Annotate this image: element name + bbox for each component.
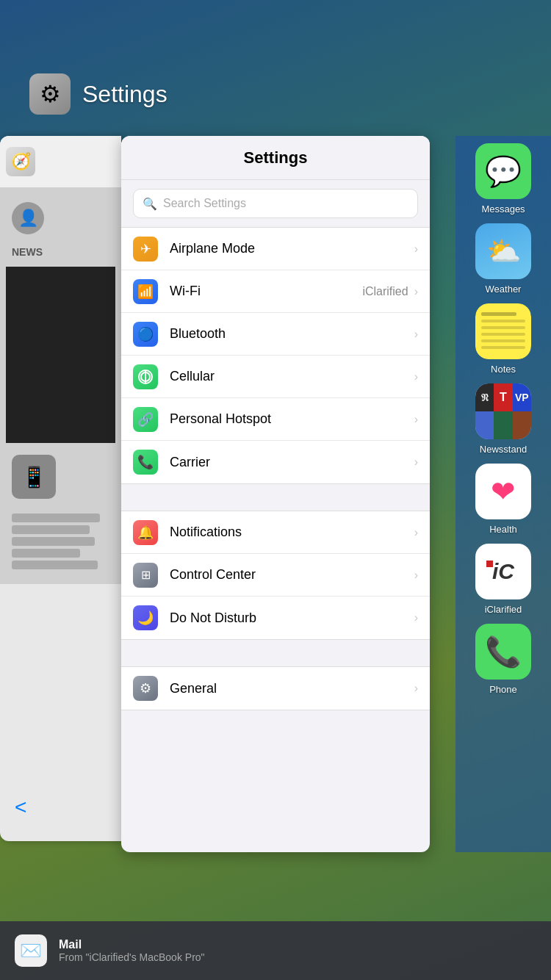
compass-icon: 🧭: [11, 152, 31, 171]
gear-icon: ⚙: [40, 80, 61, 108]
control-center-label: Control Center: [170, 567, 414, 583]
safari-icon: 🧭: [6, 147, 35, 176]
bluetooth-label: Bluetooth: [170, 326, 414, 342]
safari-back-button[interactable]: <: [15, 796, 26, 819]
chevron-icon: ›: [414, 242, 418, 256]
wifi-value: iClarified: [362, 285, 408, 298]
text-line: [12, 537, 95, 546]
notification-bar[interactable]: ✉️ Mail From "iClarified's MacBook Pro": [0, 921, 551, 980]
app-switcher-header: ⚙ Settings: [0, 73, 551, 115]
general-icon: ⚙: [133, 676, 158, 701]
text-line: [12, 514, 100, 522]
notes-app-icon: [475, 303, 531, 359]
dock-app-weather[interactable]: ⛅ Weather: [463, 223, 544, 295]
settings-item-airplane-mode[interactable]: ✈ Airplane Mode ›: [121, 228, 430, 270]
phone-label: Phone: [489, 684, 517, 695]
iclarified-app-icon: iC: [475, 544, 531, 599]
mail-app-icon: ✉️: [15, 934, 47, 967]
cellular-icon: [133, 364, 158, 389]
settings-group-general: ⚙ General ›: [121, 666, 430, 710]
newsstand-label: Newsstand: [480, 444, 527, 455]
newsstand-grid: 𝔑 T VP: [475, 383, 531, 439]
airplane-mode-icon: ✈: [133, 237, 158, 262]
dock-app-messages[interactable]: 💬 Messages: [463, 143, 544, 215]
section-separator-1: [121, 484, 430, 502]
section-separator-2: [121, 640, 430, 657]
safari-header: 🧭: [0, 136, 121, 187]
weather-label: Weather: [486, 284, 522, 295]
dock-app-newsstand[interactable]: 𝔑 T VP Newsstand: [463, 383, 544, 455]
notification-subtitle: From "iClarified's MacBook Pro": [59, 951, 536, 963]
messages-app-icon: 💬: [475, 143, 531, 199]
safari-body: 👤 NEWS 📱: [0, 187, 121, 584]
phone-app-icon: 📞: [475, 624, 531, 680]
text-line: [12, 549, 80, 558]
search-icon: 🔍: [143, 197, 157, 211]
settings-panel: Settings 🔍 Search Settings ✈ Airplane Mo…: [121, 136, 430, 852]
settings-item-control-center[interactable]: ⊞ Control Center ›: [121, 554, 430, 597]
do-not-disturb-label: Do Not Disturb: [170, 610, 414, 626]
dock-app-phone[interactable]: 📞 Phone: [463, 624, 544, 695]
bluetooth-icon: 🔵: [133, 322, 158, 347]
dock-app-iclarified[interactable]: iC iClarified: [463, 544, 544, 615]
profile-icon: 👤: [12, 202, 44, 234]
wifi-icon: 📶: [133, 279, 158, 304]
article-image: [6, 267, 115, 443]
chevron-icon: ›: [414, 682, 418, 695]
settings-item-cellular[interactable]: Cellular ›: [121, 356, 430, 398]
chevron-icon: ›: [414, 526, 418, 539]
settings-title: Settings: [244, 148, 308, 167]
chevron-icon: ›: [414, 413, 418, 426]
hotspot-label: Personal Hotspot: [170, 411, 414, 427]
settings-item-do-not-disturb[interactable]: 🌙 Do Not Disturb ›: [121, 597, 430, 639]
dock-app-notes[interactable]: Notes: [463, 303, 544, 375]
airplane-mode-label: Airplane Mode: [170, 241, 414, 256]
health-app-icon: ❤: [475, 464, 531, 519]
notes-icon-body: [475, 303, 531, 359]
chevron-icon: ›: [414, 455, 418, 469]
settings-app-icon: ⚙: [29, 73, 71, 115]
settings-item-bluetooth[interactable]: 🔵 Bluetooth ›: [121, 313, 430, 356]
cellular-label: Cellular: [170, 369, 414, 384]
text-line: [12, 561, 98, 569]
safari-card[interactable]: 🧭 👤 NEWS 📱 <: [0, 136, 121, 841]
text-line: [12, 525, 90, 534]
settings-item-carrier[interactable]: 📞 Carrier ›: [121, 441, 430, 483]
weather-app-icon: ⛅: [475, 223, 531, 279]
notes-label: Notes: [491, 364, 516, 375]
dock-app-health[interactable]: ❤ Health: [463, 464, 544, 535]
control-center-icon: ⊞: [133, 563, 158, 588]
notifications-icon: 🔔: [133, 520, 158, 545]
notifications-label: Notifications: [170, 525, 414, 540]
notification-title: Mail: [59, 938, 536, 951]
do-not-disturb-icon: 🌙: [133, 605, 158, 630]
settings-item-wifi[interactable]: 📶 Wi-Fi iClarified ›: [121, 270, 430, 313]
carrier-label: Carrier: [170, 455, 414, 470]
right-dock: 💬 Messages ⛅ Weather Notes 𝔑: [455, 136, 551, 852]
search-bar[interactable]: 🔍 Search Settings: [133, 189, 418, 218]
settings-item-personal-hotspot[interactable]: 🔗 Personal Hotspot ›: [121, 398, 430, 441]
chevron-icon: ›: [414, 370, 418, 383]
heart-icon: ❤: [491, 477, 516, 506]
settings-item-notifications[interactable]: 🔔 Notifications ›: [121, 511, 430, 554]
chevron-icon: ›: [414, 611, 418, 624]
carrier-icon: 📞: [133, 450, 158, 475]
app-switcher-title: Settings: [82, 81, 168, 108]
iclarified-label: iClarified: [485, 604, 522, 615]
newsstand-app-icon: 𝔑 T VP: [475, 383, 531, 439]
messages-label: Messages: [481, 203, 525, 215]
general-label: General: [170, 681, 414, 696]
settings-item-general[interactable]: ⚙ General ›: [121, 667, 430, 710]
iphone-icon: 📱: [12, 455, 56, 499]
settings-group-connectivity: ✈ Airplane Mode › 📶 Wi-Fi iClarified › 🔵…: [121, 227, 430, 484]
search-placeholder: Search Settings: [163, 197, 246, 210]
news-label: NEWS: [6, 243, 115, 261]
article-text: [6, 508, 115, 575]
settings-title-bar: Settings: [121, 136, 430, 180]
health-label: Health: [489, 524, 517, 535]
chevron-icon: ›: [414, 328, 418, 341]
settings-group-system: 🔔 Notifications › ⊞ Control Center › 🌙 D…: [121, 511, 430, 640]
notification-text: Mail From "iClarified's MacBook Pro": [59, 938, 536, 963]
chevron-icon: ›: [414, 569, 418, 582]
hotspot-icon: 🔗: [133, 407, 158, 432]
